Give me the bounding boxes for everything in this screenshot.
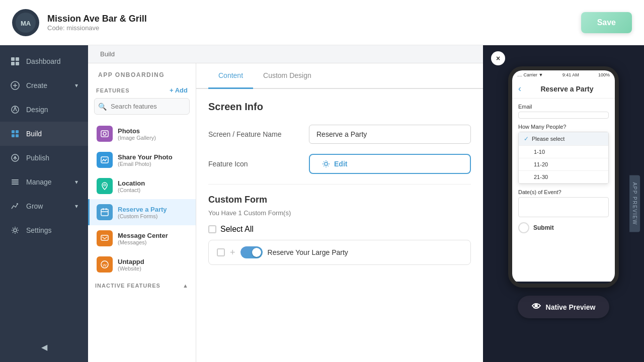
grow-chevron-icon: ▾	[75, 203, 78, 210]
phone-back-button[interactable]: ‹	[518, 83, 521, 94]
edit-icon-button[interactable]: Edit	[309, 154, 471, 174]
feature-item-share-photo[interactable]: Share Your Photo (Email Photo)	[88, 147, 196, 173]
expand-icon[interactable]: +	[230, 247, 235, 258]
phone-email-label: Email	[518, 104, 609, 110]
gear-icon	[322, 160, 330, 168]
sidebar-item-create[interactable]: Create ▾	[0, 73, 88, 98]
battery-label: 100%	[598, 72, 610, 77]
svg-rect-24	[101, 209, 108, 216]
check-icon: ✓	[524, 135, 529, 142]
sidebar-item-manage[interactable]: Manage ▾	[0, 170, 88, 194]
feature-item-reserve-party[interactable]: Reserve a Party (Custom Forms)	[88, 199, 196, 225]
search-input[interactable]	[94, 98, 190, 115]
form-entry-label: Reserve Your Large Party	[268, 248, 348, 256]
phone-submit-radio[interactable]	[518, 222, 529, 233]
option-label-11-20: 11-20	[534, 161, 548, 167]
screen-name-row: Screen / Feature Name	[208, 125, 471, 144]
sidebar-item-design[interactable]: Design	[0, 98, 88, 122]
svg-rect-18	[12, 184, 19, 185]
svg-rect-5	[16, 62, 19, 65]
editor-tabs: Content Custom Design	[196, 63, 483, 89]
app-onboarding-title: APP ONBOARDING	[88, 63, 196, 78]
feature-item-untappd[interactable]: W Untappd (Website)	[88, 251, 196, 278]
tab-custom-design[interactable]: Custom Design	[253, 63, 321, 89]
svg-rect-13	[16, 134, 19, 137]
untappd-icon: W	[97, 256, 113, 273]
native-preview-button[interactable]: 👁 Native Preview	[518, 296, 610, 318]
location-label: Location (Contact)	[118, 179, 145, 193]
form-entry-checkbox[interactable]	[217, 248, 225, 256]
reserve-party-icon	[97, 204, 113, 220]
option-label-please-select: Please select	[532, 136, 565, 142]
phone-status-bar: .... Carrier ▼ 9:41 AM 100%	[512, 70, 615, 79]
svg-rect-12	[12, 134, 15, 137]
header-left: MA Mission Ave Bar & Grill Code: mission…	[12, 9, 147, 36]
carrier-label: .... Carrier ▼	[517, 72, 543, 77]
screen-name-label: Screen / Feature Name	[208, 130, 299, 138]
sidebar-bottom: ◀	[0, 332, 88, 362]
dashboard-icon	[10, 56, 20, 66]
svg-rect-11	[16, 130, 19, 133]
feature-item-location[interactable]: Location (Contact)	[88, 173, 196, 199]
svg-point-21	[103, 132, 106, 135]
location-icon	[97, 178, 113, 194]
manage-chevron-icon: ▾	[75, 178, 78, 186]
inactive-features-label: Inactive Features	[95, 283, 160, 289]
select-all-label: Select All	[220, 225, 254, 234]
header-info: Mission Ave Bar & Grill Code: missionave	[47, 14, 147, 32]
sidebar: Dashboard Create ▾ Design	[0, 45, 88, 362]
inactive-features-section: Inactive Features ▲	[88, 278, 196, 291]
select-all-checkbox[interactable]	[208, 225, 216, 233]
feature-icon-row: Feature Icon Edit	[208, 154, 471, 174]
top-header: MA Mission Ave Bar & Grill Code: mission…	[0, 0, 644, 45]
create-chevron-icon: ▾	[75, 82, 78, 89]
svg-text:W: W	[103, 263, 107, 267]
photos-label: Photos (Image Gallery)	[118, 127, 156, 141]
sidebar-label-dashboard: Dashboard	[26, 57, 61, 65]
dropdown-option-21-30[interactable]: 21-30	[519, 171, 608, 184]
save-button[interactable]: Save	[581, 12, 632, 33]
search-icon: 🔍	[98, 103, 107, 111]
features-title: FEATURES	[96, 87, 129, 94]
sidebar-label-create: Create	[26, 81, 47, 89]
phone-people-dropdown[interactable]: ✓ Please select 1-10 11-20 21-30	[518, 132, 609, 184]
sidebar-item-grow[interactable]: Grow ▾	[0, 194, 88, 218]
dropdown-option-please-select[interactable]: ✓ Please select	[519, 132, 608, 146]
phone-people-label: How Many People?	[518, 124, 609, 130]
close-preview-button[interactable]: ×	[491, 51, 505, 65]
native-preview-label: Native Preview	[546, 303, 596, 311]
collapse-sidebar-button[interactable]: ◀	[0, 336, 88, 358]
svg-rect-17	[12, 182, 19, 183]
phone-frame: .... Carrier ▼ 9:41 AM 100% ‹ Reserve a …	[508, 66, 619, 288]
sidebar-label-grow: Grow	[26, 202, 43, 210]
app-preview-tab[interactable]: APP PREVIEW	[629, 175, 640, 232]
sidebar-item-build[interactable]: Build	[0, 122, 88, 146]
share-photo-label: Share Your Photo (Email Photo)	[118, 153, 173, 167]
form-entry-toggle[interactable]	[240, 246, 263, 258]
option-label-21-30: 21-30	[534, 174, 548, 180]
feature-item-message-center[interactable]: Message Center (Messages)	[88, 225, 196, 251]
dropdown-option-11-20[interactable]: 11-20	[519, 158, 608, 171]
feature-icon-label: Feature Icon	[208, 160, 299, 168]
tab-content[interactable]: Content	[208, 63, 253, 89]
feature-item-photos[interactable]: Photos (Image Gallery)	[88, 121, 196, 147]
svg-rect-2	[11, 57, 15, 61]
sidebar-item-dashboard[interactable]: Dashboard	[0, 49, 88, 73]
sidebar-label-settings: Settings	[26, 226, 52, 234]
phone-date-label: Date(s) of Event?	[518, 189, 609, 195]
untappd-label: Untappd (Website)	[118, 258, 144, 272]
grow-icon	[10, 201, 20, 211]
content-layout: APP ONBOARDING FEATURES + Add 🔍	[88, 63, 483, 362]
add-feature-button[interactable]: + Add	[170, 86, 188, 94]
phone-submit-button[interactable]: Submit	[533, 224, 554, 231]
breadcrumb: Build	[88, 45, 483, 63]
sidebar-item-publish[interactable]: Publish	[0, 146, 88, 170]
phone-date-input[interactable]	[518, 197, 609, 217]
screen-name-input[interactable]	[309, 125, 471, 144]
sidebar-item-settings[interactable]: Settings	[0, 218, 88, 242]
phone-screen-title: Reserve a Party	[525, 85, 609, 93]
dropdown-option-1-10[interactable]: 1-10	[519, 146, 608, 158]
svg-rect-10	[12, 130, 15, 133]
phone-email-input[interactable]	[518, 112, 609, 119]
editor-content: Screen Info Screen / Feature Name Featur…	[196, 89, 483, 281]
